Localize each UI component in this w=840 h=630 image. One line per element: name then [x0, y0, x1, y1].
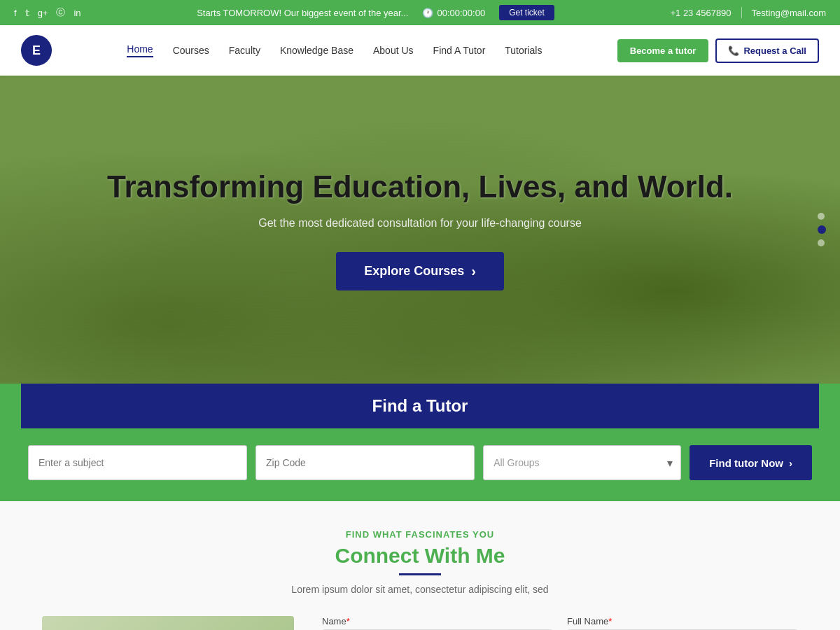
- hero-section: Transforming Education, Lives, and World…: [0, 76, 840, 384]
- logo-shield: E: [21, 35, 52, 66]
- form-row-1: Name* Full Name*: [322, 616, 798, 630]
- logo: E: [21, 35, 52, 66]
- connect-header: Find What Fascinates You Connect With Me…: [42, 529, 798, 595]
- group-select-wrapper: All Groups Group 1 Group 2 Group 3 ▾: [483, 445, 681, 480]
- social-links: f 𝕥 g+ ⓒ in: [14, 6, 81, 19]
- slider-dot-2[interactable]: [818, 225, 826, 234]
- top-bar: f 𝕥 g+ ⓒ in Starts TOMORROW! Our biggest…: [0, 0, 840, 25]
- required-marker: *: [346, 616, 350, 626]
- clock-icon: 🕐: [422, 8, 433, 18]
- find-tutor-button[interactable]: Find tutor Now ›: [690, 445, 812, 480]
- fullname-field-group: Full Name*: [567, 616, 798, 630]
- chevron-right-icon: ›: [471, 263, 476, 279]
- get-ticket-button[interactable]: Get ticket: [499, 5, 554, 20]
- connect-description: Lorem ipsum dolor sit amet, consectetur …: [42, 584, 798, 595]
- become-tutor-button[interactable]: Become a tutor: [617, 39, 709, 62]
- slider-dot-3[interactable]: [818, 239, 825, 246]
- nav-knowledge-base[interactable]: Knowledge Base: [280, 45, 354, 56]
- group-select[interactable]: All Groups Group 1 Group 2 Group 3: [483, 445, 681, 480]
- connect-underline: [399, 573, 441, 575]
- nav-tutorials[interactable]: Tutorials: [505, 45, 542, 56]
- event-text: Starts TOMORROW! Our biggest event of th…: [197, 8, 408, 18]
- person-illustration: [98, 620, 238, 630]
- find-tutor-form: All Groups Group 1 Group 2 Group 3 ▾ Fin…: [21, 428, 819, 480]
- google-plus-icon[interactable]: g+: [38, 8, 48, 18]
- hero-subtitle: Get the most dedicated consultation for …: [107, 217, 733, 230]
- explore-courses-button[interactable]: Explore Courses ›: [336, 252, 504, 290]
- nav-links: Home Courses Faculty Knowledge Base Abou…: [127, 43, 542, 57]
- connect-image: [42, 616, 294, 630]
- nav-find-tutor[interactable]: Find A Tutor: [433, 45, 486, 56]
- name-field-group: Name*: [322, 616, 553, 630]
- phone-icon: 📞: [728, 46, 739, 56]
- find-tutor-header: Find a Tutor: [21, 384, 819, 428]
- nav-courses[interactable]: Courses: [173, 45, 209, 56]
- chevron-right-icon: ›: [789, 457, 792, 469]
- connect-tagline: Find What Fascinates You: [42, 529, 798, 540]
- slider-dot-1[interactable]: [818, 213, 825, 220]
- subject-input[interactable]: [28, 445, 247, 480]
- phone-number: +1 23 4567890: [670, 8, 731, 18]
- top-bar-right: +1 23 4567890 Testing@mail.com: [670, 7, 826, 18]
- connect-form: Name* Full Name* Phone No.* Email*: [322, 616, 798, 630]
- find-tutor-section: Find a Tutor All Groups Group 1 Group 2 …: [0, 384, 840, 501]
- connect-title: Connect With Me: [42, 544, 798, 568]
- countdown-timer: 🕐 00:00:00:00: [422, 8, 485, 18]
- navbar: E Home Courses Faculty Knowledge Base Ab…: [0, 25, 840, 76]
- hero-title: Transforming Education, Lives, and World…: [107, 169, 733, 206]
- nav-faculty[interactable]: Faculty: [229, 45, 260, 56]
- nav-home[interactable]: Home: [127, 43, 153, 57]
- slider-dots: [818, 213, 826, 246]
- fullname-label: Full Name*: [567, 616, 798, 626]
- email-address: Testing@mail.com: [752, 8, 826, 18]
- twitter-icon[interactable]: 𝕥: [25, 8, 29, 18]
- connect-body: Name* Full Name* Phone No.* Email*: [42, 616, 798, 630]
- required-marker: *: [608, 616, 612, 626]
- nav-about-us[interactable]: About Us: [373, 45, 414, 56]
- nav-actions: Become a tutor 📞 Request a Call: [617, 38, 819, 63]
- zipcode-input[interactable]: [255, 445, 475, 480]
- name-label: Name*: [322, 616, 553, 626]
- connect-section: Find What Fascinates You Connect With Me…: [0, 501, 840, 630]
- hero-content: Transforming Education, Lives, and World…: [79, 169, 761, 290]
- linkedin-icon[interactable]: in: [74, 8, 80, 18]
- request-call-button[interactable]: 📞 Request a Call: [715, 38, 819, 63]
- instagram-icon[interactable]: ⓒ: [56, 6, 65, 19]
- facebook-icon[interactable]: f: [14, 8, 17, 18]
- divider: [741, 7, 742, 18]
- top-bar-center: Starts TOMORROW! Our biggest event of th…: [197, 5, 554, 20]
